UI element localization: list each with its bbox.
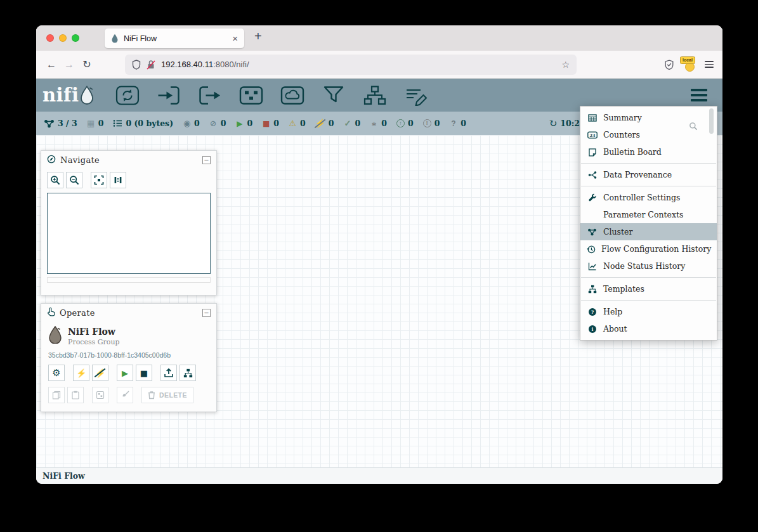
create-template-button[interactable]: [180, 365, 196, 381]
output-port-component[interactable]: [196, 84, 224, 107]
menu-item-parameter-contexts[interactable]: Parameter Contexts: [580, 206, 717, 223]
process-group-drop-icon: [48, 326, 62, 346]
remote-process-group-component[interactable]: [278, 84, 306, 107]
status-locally-modified-stale: !0: [423, 119, 440, 128]
info-icon: i: [587, 325, 598, 334]
url-text: 192.168.40.11:8080/nifi/: [161, 60, 556, 69]
search-icon[interactable]: [689, 122, 698, 131]
menu-item-about[interactable]: i About: [580, 320, 717, 337]
funnel-component[interactable]: [320, 84, 348, 107]
table-icon: [587, 114, 598, 122]
status-transmitting: ◉0: [183, 119, 200, 128]
status-up-to-date: ✓0: [344, 119, 361, 128]
zoom-out-icon: [69, 175, 79, 185]
stop-icon: ■: [140, 369, 148, 377]
menu-item-flow-configuration-history[interactable]: Flow Configuration History: [580, 240, 717, 257]
cluster-icon: [44, 119, 55, 128]
nifi-logo: nifi: [42, 84, 95, 106]
status-running: ▶0: [235, 119, 252, 128]
menu-item-bulletin-board[interactable]: Bulletin Board: [580, 143, 717, 160]
compass-icon: [47, 154, 56, 166]
menu-item-cluster[interactable]: Cluster: [580, 223, 717, 240]
svg-text:?: ?: [591, 309, 594, 315]
bookmark-star-icon[interactable]: ☆: [561, 60, 570, 70]
refresh-icon[interactable]: ↻: [549, 119, 557, 129]
menu-item-data-provenance[interactable]: Data Provenance: [580, 166, 717, 183]
browser-tab[interactable]: NiFi Flow ×: [105, 29, 244, 48]
zoom-in-icon: [50, 175, 60, 185]
processor-component[interactable]: [114, 84, 141, 107]
breadcrumb-root[interactable]: NiFi Flow: [42, 471, 85, 481]
menu-item-node-status-history[interactable]: Node Status History: [580, 257, 717, 275]
process-group-component[interactable]: [237, 84, 265, 107]
minimize-window-button[interactable]: [59, 34, 67, 42]
history-clock-icon: [587, 245, 596, 254]
stop-button[interactable]: ■: [136, 365, 152, 381]
component-toolbar: [114, 84, 430, 107]
gear-icon: ⚙: [52, 368, 60, 378]
navigate-palette: Navigate −: [41, 150, 217, 295]
disable-button[interactable]: ⚡: [92, 365, 108, 381]
configuration-button[interactable]: ⚙: [48, 365, 65, 381]
protections-shield-icon[interactable]: [664, 60, 674, 70]
forward-button[interactable]: →: [60, 56, 78, 74]
zoom-in-button[interactable]: [47, 172, 63, 188]
transmitting-icon: ◉: [183, 119, 191, 127]
delete-button[interactable]: DELETE: [141, 387, 193, 403]
warning-icon: ⚠: [289, 119, 297, 127]
fullscreen-window-button[interactable]: [72, 34, 79, 42]
new-tab-button[interactable]: +: [254, 29, 262, 44]
status-sync-failure: ?0: [449, 119, 466, 128]
birdseye-minimap[interactable]: [47, 193, 211, 274]
templates-icon: [587, 285, 598, 294]
lightning-icon: ⚡: [76, 369, 86, 377]
wrench-icon: [587, 193, 598, 202]
copy-icon: [52, 391, 61, 399]
fill-color-button[interactable]: [117, 387, 133, 403]
insecure-lock-icon[interactable]: [147, 60, 155, 70]
exclamation-circle-icon: !: [423, 119, 431, 127]
upload-template-button[interactable]: [160, 365, 177, 381]
url-path: :8080/nifi/: [213, 60, 249, 69]
stale-up-arrow-icon: ↑: [396, 119, 405, 127]
menu-item-controller-settings[interactable]: Controller Settings: [580, 189, 717, 206]
paste-button[interactable]: [67, 387, 84, 403]
template-component[interactable]: [361, 84, 389, 107]
menu-item-help[interactable]: ? Help: [580, 303, 717, 320]
back-button[interactable]: ←: [42, 56, 60, 74]
collapse-operate-button[interactable]: −: [202, 309, 211, 317]
zoom-fit-button[interactable]: [91, 172, 107, 188]
global-menu-button[interactable]: [691, 89, 707, 101]
group-button[interactable]: [92, 387, 108, 403]
copy-button[interactable]: [48, 387, 65, 403]
browser-menu-icon[interactable]: [705, 61, 714, 68]
status-locally-modified: ∗0: [370, 119, 387, 128]
shield-icon[interactable]: [132, 60, 141, 70]
profile-icon[interactable]: local: [681, 56, 698, 73]
breadcrumb: NiFi Flow: [36, 467, 722, 484]
close-window-button[interactable]: [46, 34, 54, 42]
lightning-slash-icon: ⚡: [95, 369, 105, 377]
reload-button[interactable]: ↻: [78, 56, 96, 74]
tab-title: NiFi Flow: [124, 34, 227, 43]
input-port-component[interactable]: [155, 84, 183, 107]
url-bar[interactable]: 192.168.40.11:8080/nifi/ ☆: [125, 55, 577, 75]
collapse-navigate-button[interactable]: −: [202, 156, 211, 164]
zoom-actual-button[interactable]: [110, 172, 126, 188]
menu-item-templates[interactable]: Templates: [580, 280, 717, 297]
status-last-refresh[interactable]: ↻10:2: [549, 119, 580, 129]
zoom-out-button[interactable]: [66, 172, 82, 188]
chart-icon: [587, 262, 598, 271]
sticky-note-icon: [587, 148, 598, 157]
global-menu: Summary 23 Counters Bulletin Board Data …: [580, 106, 717, 341]
upload-template-icon: [164, 368, 174, 378]
stop-icon: ■: [262, 120, 270, 127]
close-tab-icon[interactable]: ×: [232, 34, 238, 43]
menu-divider: [581, 277, 716, 278]
label-component[interactable]: [402, 84, 430, 107]
help-icon: ?: [587, 308, 598, 316]
url-host: 192.168.40.11: [161, 60, 213, 69]
enable-button[interactable]: ⚡: [73, 365, 89, 381]
start-button[interactable]: ▶: [117, 365, 133, 381]
scrollbar-thumb[interactable]: [709, 108, 714, 134]
